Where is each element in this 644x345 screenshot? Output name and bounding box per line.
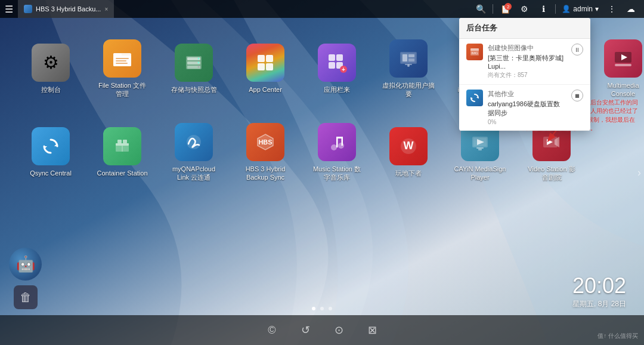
app-icon-music[interactable]: Music Station 数字音乐库 xyxy=(304,113,370,191)
page-dots xyxy=(312,307,332,310)
svg-rect-43 xyxy=(615,64,631,66)
taskbar-divider-2 xyxy=(555,4,556,14)
info-button[interactable]: ℹ xyxy=(535,1,552,17)
app-icon-img-multimedia xyxy=(604,39,642,78)
svg-rect-18 xyxy=(329,54,335,61)
bg-task-title: 后台任务 xyxy=(466,23,497,32)
svg-rect-20 xyxy=(329,62,335,69)
taskbar-tab-hbs[interactable]: HBS 3 Hybrid Backu... × xyxy=(18,0,114,18)
svg-rect-27 xyxy=(408,54,414,57)
taskbar: ☰ HBS 3 Hybrid Backu... × 🔍 📋 2 ⚙ ℹ 👤 ad… xyxy=(0,0,644,18)
dock: © ↺ ⊙ ⊠ xyxy=(0,315,644,345)
page-dot-2[interactable] xyxy=(320,307,324,310)
app-icon-wps[interactable]: W 玩地下者 xyxy=(376,113,441,191)
app-label-music: Music Station 数字音乐库 xyxy=(310,165,364,182)
app-icon-control[interactable]: ⚙ 控制台 xyxy=(18,30,83,107)
bg-task-info-2: 其他作业 carlyang1986硬盘版置数据同步 0% xyxy=(488,90,566,125)
bg-task-pause-button[interactable]: ⏸ xyxy=(571,44,583,56)
app-icon-vm[interactable]: 虚拟化功能用户摘要 xyxy=(376,30,441,107)
svg-rect-3 xyxy=(113,53,122,56)
dock-icon-2[interactable]: ↺ xyxy=(295,319,316,341)
app-icon-appcenter[interactable]: App Center xyxy=(233,30,298,107)
app-label-appcenter: App Center xyxy=(249,85,282,94)
svg-text:+: + xyxy=(342,66,345,73)
notification-badge: 2 xyxy=(504,3,512,10)
app-icon-filestation[interactable]: File Station 文件管理 xyxy=(89,30,155,107)
svg-marker-45 xyxy=(44,146,47,149)
svg-point-13 xyxy=(198,66,200,67)
app-icon-img-myqnap xyxy=(175,123,213,161)
app-icon-img-appcenter xyxy=(246,44,284,82)
app-label-wps: 玩地下者 xyxy=(395,169,422,177)
background-tasks-button[interactable]: ⚙ xyxy=(516,1,532,17)
app-label-control: 控制台 xyxy=(41,85,61,94)
app-icon-img-vm xyxy=(389,39,428,78)
dock-icon-3[interactable]: ⊙ xyxy=(328,319,349,341)
app-icon-container[interactable]: Container Station xyxy=(89,113,155,191)
app-icon-img-container xyxy=(103,127,141,165)
svg-rect-14 xyxy=(258,55,265,62)
bg-task-status-2: 其他作业 xyxy=(488,90,566,98)
tab-close-button[interactable]: × xyxy=(104,6,108,13)
app-icon-img-hbs: HBS xyxy=(246,123,284,161)
cloud-button[interactable]: ☁ xyxy=(623,1,639,17)
svg-rect-30 xyxy=(405,64,412,65)
menu-button[interactable]: ☰ xyxy=(0,0,18,18)
bg-task-name-1: [第三世：卡里奥斯特罗城] Lupi... xyxy=(488,54,566,70)
svg-rect-28 xyxy=(408,58,414,61)
tab-app-icon xyxy=(24,5,32,13)
svg-rect-69 xyxy=(470,48,479,51)
user-icon: 👤 xyxy=(562,5,571,13)
chevron-right-button[interactable]: › xyxy=(637,167,641,179)
bg-task-info-1: 创建快照图像中 [第三世：卡里奥斯特罗城] Lupi... 尚有文件：857 xyxy=(488,44,566,79)
app-icon-img-control: ⚙ xyxy=(32,44,70,82)
app-icon-img-music xyxy=(318,123,356,161)
app-icon-img-moreapps: + xyxy=(318,44,356,82)
svg-rect-64 xyxy=(478,149,482,150)
robot-mascot[interactable]: 🤖 xyxy=(9,248,42,281)
svg-rect-5 xyxy=(116,60,126,61)
bg-task-status-1: 创建快照图像中 xyxy=(488,44,566,53)
svg-marker-44 xyxy=(54,143,57,146)
svg-rect-47 xyxy=(116,143,129,146)
cloud-icon: ☁ xyxy=(627,4,635,14)
tab-label: HBS 3 Hybrid Backu... xyxy=(36,5,101,13)
bg-task-icon-backup: IMG xyxy=(466,44,483,60)
app-label-container: Container Station xyxy=(97,169,148,177)
app-icon-hbs[interactable]: HBS HBS 3 Hybrid Backup Sync xyxy=(233,113,298,191)
more-button[interactable]: ⋮ xyxy=(603,1,620,17)
notification-button[interactable]: 📋 2 xyxy=(497,1,513,17)
bg-task-stop-button[interactable]: ⏹ xyxy=(571,90,583,101)
bg-task-detail-2: 0% xyxy=(488,119,566,125)
page-dot-1[interactable] xyxy=(312,307,315,310)
svg-rect-17 xyxy=(266,63,273,70)
more-icon: ⋮ xyxy=(608,4,616,14)
search-button[interactable]: 🔍 xyxy=(472,1,489,17)
info-icon: ℹ xyxy=(542,4,545,14)
dock-icon-1[interactable]: © xyxy=(261,319,283,341)
trash-icon[interactable]: 🗑 xyxy=(14,285,38,309)
bg-task-header: 后台任务 xyxy=(459,18,590,39)
app-icon-myqnap[interactable]: myQNAPcloud Link 云连通 xyxy=(161,113,227,191)
app-icon-multimedia[interactable]: Multimedia Console xyxy=(590,30,644,107)
app-icon-img-storage xyxy=(175,44,213,82)
app-label-vm: 虚拟化功能用户摘要 xyxy=(382,81,435,98)
search-icon: 🔍 xyxy=(476,4,486,14)
user-dropdown-icon: ▾ xyxy=(595,5,599,13)
svg-rect-6 xyxy=(116,63,128,64)
taskbar-divider-1 xyxy=(493,4,493,14)
page-dot-3[interactable] xyxy=(329,307,332,310)
svg-point-11 xyxy=(198,57,200,59)
app-icon-qsync[interactable]: Qsync Central xyxy=(18,113,83,191)
svg-point-12 xyxy=(198,61,200,63)
app-icon-moreapps[interactable]: + 应用栏来 xyxy=(304,30,370,107)
app-icon-img-filestation xyxy=(103,39,141,78)
bg-task-item-2: 其他作业 carlyang1986硬盘版置数据同步 0% ⏹ xyxy=(459,85,590,131)
clock: 20:02 星期五, 8月 28日 xyxy=(572,275,626,309)
bg-task-name-2: carlyang1986硬盘版置数据同步 xyxy=(488,100,566,118)
user-menu[interactable]: 👤 admin ▾ xyxy=(559,5,601,13)
app-label-multimedia: Multimedia Console xyxy=(596,81,644,98)
app-icon-img-wps: W xyxy=(389,127,428,165)
dock-icon-4[interactable]: ⊠ xyxy=(361,319,383,341)
app-icon-storage[interactable]: 存储与快照总管 xyxy=(161,30,227,107)
